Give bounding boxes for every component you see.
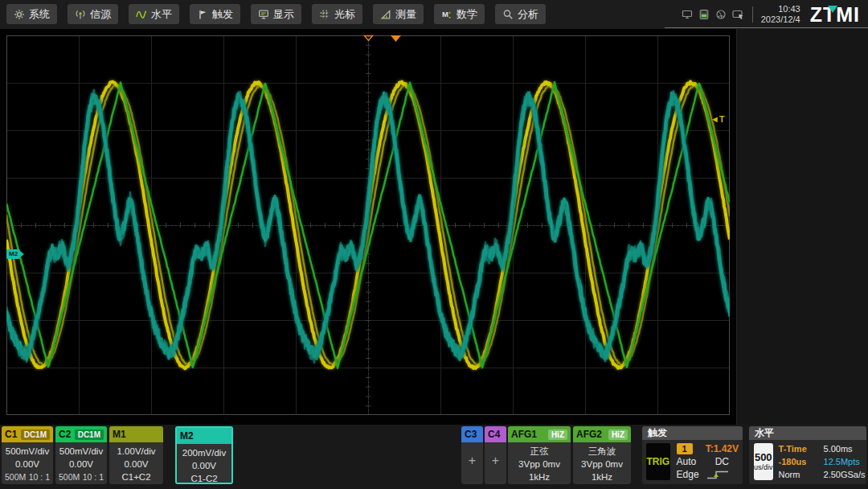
main-menu: 系统 信源 水平 触发 显示 光标 [6,4,546,24]
channel-offset: 0.00V [113,458,160,471]
bottom-status-bar: C1DC1M 500mV/div 0.00V 500M10 : 1 C2DC1M… [0,425,868,489]
cursor-icon [319,9,330,20]
math-expression: C1-C2 [180,472,228,484]
math-card-m2[interactable]: M2 200mV/div 0.00V C1-C2 [175,426,233,484]
top-menu-bar: 系统 信源 水平 触发 显示 光标 [0,0,868,29]
time-reference-marker[interactable] [363,35,374,42]
channel-scale: 1.00V/div [113,445,160,458]
menu-button-display[interactable]: 显示 [251,4,301,24]
delay-value: -180us [779,456,817,468]
channel-card-c3[interactable]: C3 + [461,426,483,484]
impedance-badge: HiZ [548,429,567,440]
ttime-label: T-Time [779,443,817,455]
sample-rate: 2.50GSa/s [824,469,866,481]
m2-zero-marker[interactable]: M2 [6,249,20,259]
menu-label: 显示 [273,7,294,22]
coupling-badge: DC1M [75,429,104,440]
channel-card-c2[interactable]: C2DC1M 500mV/div 0.00V 500M10 : 1 [55,426,107,484]
add-channel-button[interactable]: + [485,454,506,468]
channel-card-c4[interactable]: C4 + [485,426,506,484]
trackball-status-icon [715,9,727,20]
status-area: 10:43 2023/12/4 ZTMI [682,0,868,29]
afg-amplitude: 3Vpp 0mv [576,458,628,471]
menu-label: 系统 [29,7,50,22]
trigger-flag-icon [197,9,208,20]
date-text: 2023/12/4 [761,14,800,25]
horizontal-icon [136,9,147,20]
menu-label: 信源 [90,7,111,22]
channel-id: C3 [465,429,480,440]
menu-label: 光标 [334,7,355,22]
afg-waveform: 正弦 [511,445,567,458]
menu-label: 水平 [151,7,172,22]
menu-button-horizontal[interactable]: 水平 [129,4,179,24]
channel-offset: 0.00V [180,459,228,472]
menu-label: 触发 [212,7,233,22]
ttime-value: 5.00ms [824,443,866,455]
horizontal-panel-title: 水平 [749,426,866,440]
memory-depth: 12.5Mpts [824,456,866,468]
svg-text:M: M [442,9,448,18]
rising-edge-icon [706,469,730,480]
afg2-card[interactable]: AFG2HiZ 三角波 3Vpp 0mv 1kHz [573,426,631,484]
waveform-display[interactable]: M2 ◄T [0,29,736,425]
channel-offset: 0.00V [5,458,50,471]
menu-button-source[interactable]: 信源 [68,4,118,24]
menu-button-measure[interactable]: 测量 [373,4,424,24]
math-expression: C1+C2 [113,471,160,483]
channel-id: M1 [113,429,160,440]
trigger-source-badge[interactable]: 1 [677,443,693,454]
timebase-unit: us/div [754,463,773,471]
channel-id: AFG2 [576,429,608,440]
right-sidebar [736,29,868,425]
menu-button-analyze[interactable]: 分析 [495,4,546,24]
trigger-level-value: T:1.42V [706,443,739,454]
channel-id: AFG1 [511,429,548,440]
waveform-canvas[interactable] [6,35,730,415]
channel-card-c1[interactable]: C1DC1M 500mV/div 0.00V 500M10 : 1 [2,426,53,484]
channel-scale: 200mV/div [180,446,228,459]
channel-id: C4 [488,429,503,440]
display-status-icon [682,9,693,20]
afg-amplitude: 3Vpp 0mv [511,458,567,471]
brand-logo-wedge [828,6,837,13]
clock: 10:43 2023/12/4 [761,4,800,25]
status-icons [682,9,744,20]
channel-scale: 500mV/div [5,445,50,458]
menu-button-system[interactable]: 系统 [6,4,57,24]
math-icon: M [441,9,452,20]
afg1-card[interactable]: AFG1HiZ 正弦 3Vpp 0mv 1kHz [508,426,571,484]
channel-bandwidth: 500M [5,471,26,483]
trigger-type[interactable]: Edge [677,469,699,480]
menu-label: 分析 [518,7,538,22]
impedance-badge: HiZ [608,429,628,440]
add-channel-button[interactable]: + [461,454,483,468]
trigger-status-box: TRIG [646,443,670,480]
acquisition-mode: Norm [779,469,817,481]
menu-label: 数学 [457,7,477,22]
trigger-level-marker[interactable]: ◄T [710,114,725,124]
horizontal-panel[interactable]: 水平 500 us/div T-Time 5.00ms -180us 12.5M… [749,426,866,484]
menu-label: 测量 [395,7,416,22]
channel-id: C2 [59,429,75,440]
math-card-m1[interactable]: M1 1.00V/div 0.00V C1+C2 [109,426,163,484]
menu-button-cursor[interactable]: 光标 [312,4,362,24]
source-icon [75,9,86,20]
afg-frequency: 1kHz [576,471,628,483]
menu-button-trigger[interactable]: 触发 [190,4,240,24]
timebase-box[interactable]: 500 us/div [754,443,773,480]
trigger-panel[interactable]: 触发 TRIG 1 Auto Edge T:1.42V DC [642,426,743,484]
status-divider [752,6,753,23]
trigger-coupling[interactable]: DC [706,456,739,467]
trigger-mode[interactable]: Auto [677,456,699,467]
touch-status-icon [732,9,744,20]
topbar-highlight-line [665,27,868,28]
afg-frequency: 1kHz [511,471,567,483]
channel-id: C1 [5,429,21,440]
menu-button-math[interactable]: M 数学 [434,4,485,24]
trigger-position-marker[interactable] [390,35,402,43]
oscilloscope-app: 系统 信源 水平 触发 显示 光标 [0,0,868,489]
channel-bandwidth: 500M [59,471,80,483]
trigger-panel-title: 触发 [642,426,743,440]
channel-id: M2 [180,430,228,442]
